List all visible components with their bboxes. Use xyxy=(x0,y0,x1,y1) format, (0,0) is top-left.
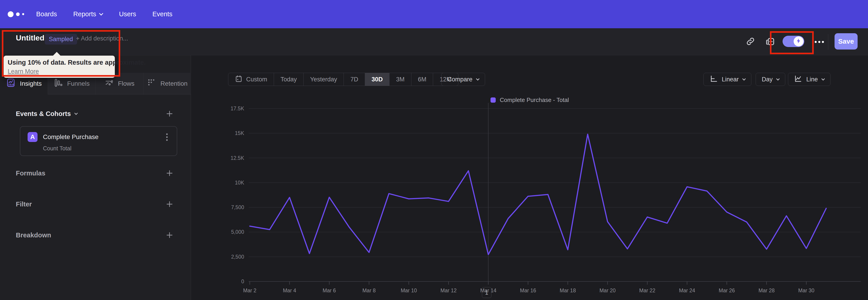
section-label: Formulas xyxy=(16,170,45,177)
funnels-icon xyxy=(54,78,63,89)
tab-retention[interactable]: Retention xyxy=(143,73,191,94)
flows-icon xyxy=(104,78,114,89)
section-label: Breakdown xyxy=(16,232,51,239)
add-formulas-button[interactable] xyxy=(164,168,175,178)
tooltip-text: Using 10% of data. Results are approxima… xyxy=(8,59,111,66)
svg-text:Mar 4: Mar 4 xyxy=(283,288,296,294)
svg-text:Mar 20: Mar 20 xyxy=(599,288,616,294)
nav-item-label: Events xyxy=(152,10,173,18)
add-to-board-icon xyxy=(765,36,775,47)
section-label: Filter xyxy=(16,201,32,208)
svg-text:Mar 6: Mar 6 xyxy=(322,288,336,294)
tab-label: Retention xyxy=(160,80,188,87)
pagination-page-1[interactable]: 1 xyxy=(482,287,491,298)
event-metric[interactable]: Count Total xyxy=(43,145,71,152)
sampling-tooltip: Using 10% of data. Results are approxima… xyxy=(4,56,115,78)
mixpanel-logo-icon[interactable] xyxy=(8,11,27,17)
lightning-bolt-icon xyxy=(796,38,802,45)
section-breakdown: Breakdown xyxy=(0,228,191,242)
svg-text:15K: 15K xyxy=(235,130,244,136)
svg-text:0: 0 xyxy=(241,278,244,284)
events-cohorts-section: Events & Cohorts xyxy=(0,107,191,120)
nav-item-label: Boards xyxy=(36,10,57,18)
add-event-button[interactable] xyxy=(164,109,175,119)
svg-text:Mar 28: Mar 28 xyxy=(758,288,775,294)
report-title[interactable]: Untitled xyxy=(16,33,44,42)
nav-item-label: Reports xyxy=(73,10,96,18)
query-builder-sidebar: InsightsFunnelsFlowsRetention Events & C… xyxy=(0,55,191,300)
svg-text:Mar 8: Mar 8 xyxy=(362,288,376,294)
svg-text:Mar 12: Mar 12 xyxy=(440,288,457,294)
event-options-button[interactable] xyxy=(162,131,171,143)
svg-text:Mar 10: Mar 10 xyxy=(401,288,417,294)
add-filter-button[interactable] xyxy=(164,199,175,209)
svg-text:7,500: 7,500 xyxy=(231,204,244,210)
svg-text:Mar 16: Mar 16 xyxy=(520,288,536,294)
add-to-board-button[interactable] xyxy=(764,28,777,55)
events-cohorts-header[interactable]: Events & Cohorts xyxy=(16,110,77,118)
event-letter-badge: A xyxy=(28,132,37,142)
add-breakdown-button[interactable] xyxy=(164,230,175,240)
toggle-knob xyxy=(794,36,804,46)
svg-text:Mar 24: Mar 24 xyxy=(679,288,695,294)
line-chart[interactable]: 02,5005,0007,50010K12.5K15K17.5KMar 2Mar… xyxy=(191,55,868,300)
link-icon xyxy=(746,37,755,47)
svg-text:2,500: 2,500 xyxy=(231,254,244,260)
insights-icon xyxy=(6,78,16,89)
event-name: Complete Purchase xyxy=(43,133,98,141)
svg-text:Mar 26: Mar 26 xyxy=(719,288,735,294)
svg-text:Mar 22: Mar 22 xyxy=(639,288,655,294)
svg-text:5,000: 5,000 xyxy=(231,229,244,235)
save-button[interactable]: Save xyxy=(835,33,858,50)
svg-text:12.5K: 12.5K xyxy=(230,155,244,161)
section-filter: Filter xyxy=(0,198,191,211)
svg-text:17.5K: 17.5K xyxy=(230,106,244,112)
more-options-button[interactable] xyxy=(813,28,826,55)
section-formulas: Formulas xyxy=(0,167,191,180)
top-nav-items: BoardsReportsUsersEvents xyxy=(36,10,173,18)
tab-label: Insights xyxy=(20,80,42,87)
sampled-badge[interactable]: Sampled xyxy=(45,34,77,44)
event-row-complete-purchase[interactable]: A Complete Purchase Count Total xyxy=(20,126,177,156)
nav-item-label: Users xyxy=(119,10,136,18)
svg-text:Mar 18: Mar 18 xyxy=(560,288,576,294)
nav-item-users[interactable]: Users xyxy=(119,10,136,18)
report-canvas: CustomTodayYesterday7D30D3M6M12M Compare… xyxy=(191,55,868,300)
svg-text:10K: 10K xyxy=(235,180,244,186)
nav-item-reports[interactable]: Reports xyxy=(73,10,103,18)
nav-item-events[interactable]: Events xyxy=(152,10,173,18)
svg-text:Mar 2: Mar 2 xyxy=(243,288,256,294)
copy-link-button[interactable] xyxy=(744,28,757,55)
chevron-down-icon xyxy=(74,111,78,115)
tab-label: Flows xyxy=(118,80,134,87)
top-nav: BoardsReportsUsersEvents xyxy=(0,0,868,28)
report-header-bar xyxy=(0,28,868,55)
chevron-down-icon xyxy=(99,11,103,16)
nav-item-boards[interactable]: Boards xyxy=(36,10,57,18)
tab-label: Funnels xyxy=(67,80,90,87)
sampling-toggle[interactable] xyxy=(782,36,804,47)
retention-icon xyxy=(147,78,156,89)
svg-text:Mar 30: Mar 30 xyxy=(798,288,814,294)
learn-more-link[interactable]: Learn More xyxy=(8,68,39,75)
header-divider xyxy=(828,34,828,50)
add-description-field[interactable]: + Add description... xyxy=(76,35,128,42)
